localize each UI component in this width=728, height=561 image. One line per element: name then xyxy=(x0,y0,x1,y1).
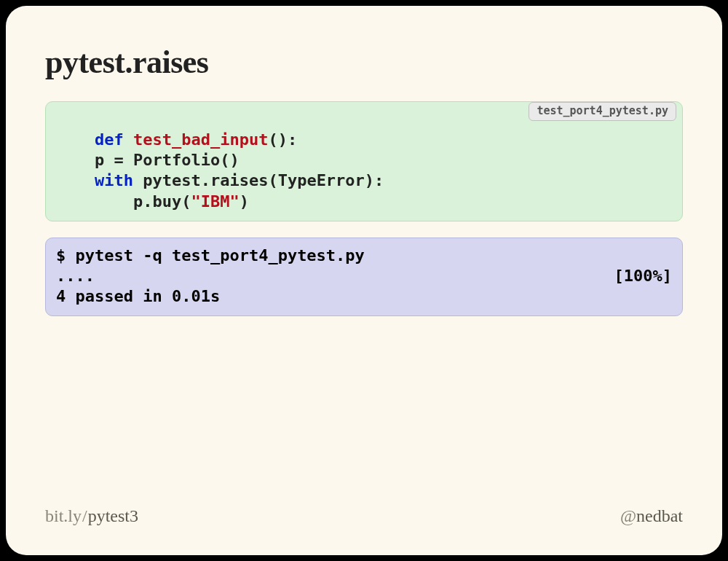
footer-right-at: @ xyxy=(620,506,636,525)
footer-left-prefix: bit.ly xyxy=(45,506,82,525)
token-keyword-with: with xyxy=(95,171,133,189)
token-raises-call: pytest.raises(TypeError): xyxy=(133,171,384,189)
shell-output-percent: [100%] xyxy=(614,266,672,286)
slide-footer: bit.ly/pytest3 @nedbat xyxy=(45,506,683,526)
token-string-ibm: "IBM" xyxy=(191,192,239,211)
code-line-4-post: ) xyxy=(240,192,249,211)
filename-tab: test_port4_pytest.py xyxy=(529,102,676,121)
slide: pytest.raises test_port4_pytest.pydef te… xyxy=(6,6,722,555)
footer-left: bit.ly/pytest3 xyxy=(45,506,138,526)
footer-left-slash: / xyxy=(82,506,87,525)
shell-output-summary: 4 passed in 0.01s xyxy=(56,287,220,305)
footer-right: @nedbat xyxy=(620,506,683,526)
code-block-shell: $ pytest -q test_port4_pytest.py ....[10… xyxy=(45,238,683,316)
code-block-python: test_port4_pytest.pydef test_bad_input()… xyxy=(45,101,683,221)
code-line-2: p = Portfolio() xyxy=(56,151,240,169)
shell-output-progress: ....[100%] xyxy=(56,266,672,286)
footer-left-suffix: pytest3 xyxy=(88,506,138,525)
slide-title: pytest.raises xyxy=(45,44,683,81)
token-function-name: test_bad_input xyxy=(133,130,268,149)
shell-command: $ pytest -q test_port4_pytest.py xyxy=(56,246,365,264)
shell-output-dots: .... xyxy=(56,266,95,286)
token-parens: (): xyxy=(268,130,297,149)
footer-right-name: nedbat xyxy=(636,506,683,525)
code-line-4-pre: p.buy( xyxy=(56,192,191,211)
spacer xyxy=(45,332,683,506)
token-keyword-def: def xyxy=(95,130,124,149)
